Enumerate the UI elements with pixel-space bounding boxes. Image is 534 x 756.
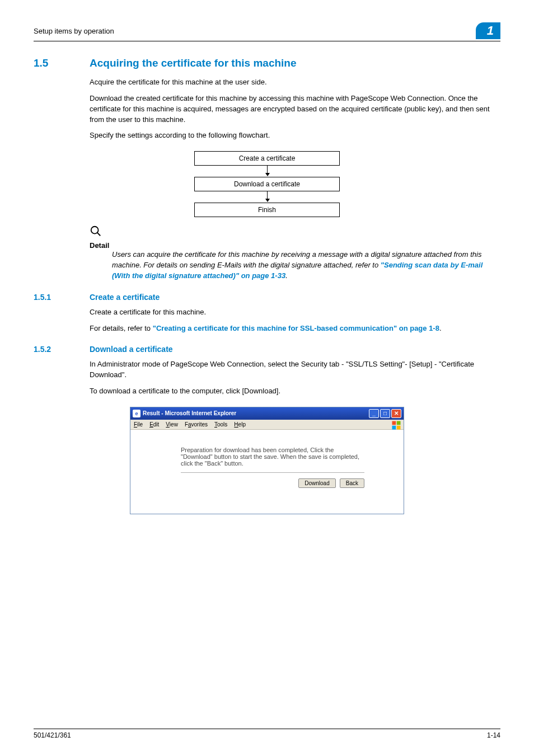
page-header: Setup items by operation 1 [34,22,500,41]
section-title: Acquiring the certificate for this machi… [90,57,297,69]
close-button[interactable]: ✕ [391,409,401,418]
text-post: . [439,324,442,332]
minimize-button[interactable]: _ [369,409,379,418]
detail-note: Detail Users can acquire the certificate… [90,225,500,281]
dialog-content: Preparation for download has been comple… [130,430,404,514]
svg-line-1 [97,233,101,236]
menu-view[interactable]: View [166,421,178,428]
svg-rect-2 [392,421,396,425]
menu-file[interactable]: File [134,421,143,428]
subsection-title: Create a certificate [90,293,160,302]
menu-tools[interactable]: Tools [214,421,227,428]
footer-model: 501/421/361 [34,731,71,739]
ie-icon: e [133,410,140,417]
detail-label: Detail [90,241,500,250]
subsection-number: 1.5.1 [34,293,90,302]
paragraph: In Administrator mode of PageScope Web C… [90,359,500,381]
flow-step: Create a certificate [194,151,340,166]
arrow-down-icon [194,166,340,177]
svg-rect-3 [397,421,401,425]
paragraph: To download a certificate to the compute… [90,386,500,397]
back-button[interactable]: Back [340,478,364,488]
detail-text-post: . [285,271,288,280]
menu-edit[interactable]: Edit [149,421,159,428]
paragraph: Specify the settings according to the fo… [90,130,500,141]
ie-logo-icon [391,420,401,430]
cross-reference-link[interactable]: "Creating a certificate for this machine… [153,324,439,332]
subsection-title: Download a certificate [90,345,173,354]
embedded-screenshot: e Result - Microsoft Internet Explorer _… [130,407,404,514]
svg-rect-4 [392,426,396,430]
footer-page: 1-14 [487,731,500,739]
subsection-heading: 1.5.2 Download a certificate [34,345,500,354]
paragraph: Acquire the certificate for this machine… [90,77,500,88]
section-heading: 1.5 Acquiring the certificate for this m… [34,57,500,69]
window-titlebar: e Result - Microsoft Internet Explorer _… [130,407,404,420]
dialog-message: Preparation for download has been comple… [181,447,364,467]
flowchart: Create a certificate Download a certific… [194,151,340,217]
maximize-button[interactable]: □ [380,409,390,418]
arrow-down-icon [194,191,340,203]
download-button[interactable]: Download [298,478,335,488]
subsection-number: 1.5.2 [34,345,90,354]
menu-favorites[interactable]: Favorites [185,421,208,428]
menu-help[interactable]: Help [234,421,246,428]
subsection-heading: 1.5.1 Create a certificate [34,293,500,302]
header-breadcrumb: Setup items by operation [34,27,114,35]
paragraph: Download the created certificate for thi… [90,93,500,125]
paragraph: Create a certificate for this machine. [90,307,500,318]
window-controls: _ □ ✕ [369,409,401,418]
svg-rect-5 [397,426,401,430]
window-title: Result - Microsoft Internet Explorer [143,410,236,416]
flow-step: Download a certificate [194,177,340,191]
page-footer: 501/421/361 1-14 [34,729,500,739]
paragraph: For details, refer to "Creating a certif… [90,323,500,334]
flow-step: Finish [194,203,340,217]
detail-text: Users can acquire the certificate for th… [112,250,500,281]
magnify-icon [90,225,102,239]
divider [181,472,364,473]
menubar: File Edit View Favorites Tools Help [130,420,404,430]
svg-point-0 [91,227,99,234]
text-pre: For details, refer to [90,324,153,332]
chapter-number: 1 [476,22,500,39]
section-number: 1.5 [34,57,90,69]
